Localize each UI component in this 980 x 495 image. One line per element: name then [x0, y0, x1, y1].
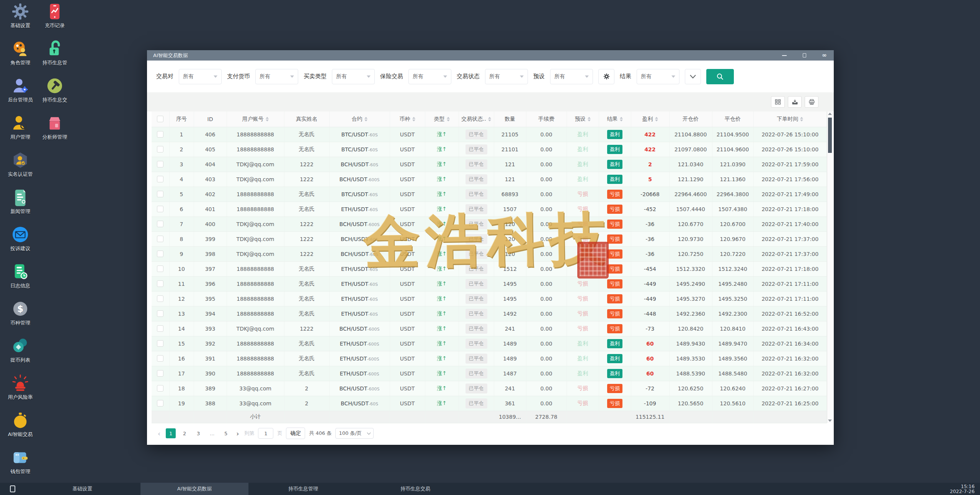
- column-header-type[interactable]: 类型: [425, 111, 459, 127]
- select-all-checkbox[interactable]: [157, 116, 163, 122]
- row-checkbox[interactable]: [157, 266, 163, 272]
- table-row: 1339418888888888无名氏ETH/USDT-60SUSDT涨↑已平仓…: [152, 306, 827, 321]
- desktop-icon-log[interactable]: 日志信息: [3, 262, 38, 300]
- cell-open: 1489.9430: [669, 336, 712, 351]
- scroll-down-arrow-icon[interactable]: [828, 420, 832, 422]
- filter-select-preset[interactable]: 所有: [550, 69, 593, 84]
- desktop-icon-idverify[interactable]: 实名认证管: [3, 151, 38, 188]
- row-checkbox[interactable]: [157, 221, 163, 227]
- page-button-2[interactable]: 2: [180, 428, 189, 438]
- filter-select-trade_type[interactable]: 所有: [332, 69, 375, 84]
- taskbar-tab-2[interactable]: AI智能交易数据: [140, 483, 248, 495]
- desktop-icon-news[interactable]: 新闻管理: [3, 188, 38, 225]
- desktop-icon-roles[interactable]: 角色管理: [3, 39, 38, 77]
- row-checkbox[interactable]: [157, 176, 163, 182]
- export-button[interactable]: [788, 96, 802, 108]
- filter-select-pay_currency[interactable]: 所有: [255, 69, 298, 84]
- row-checkbox[interactable]: [157, 236, 163, 242]
- desktop-icon-siren[interactable]: 用户风险率: [3, 374, 38, 411]
- column-label: 用户账号: [242, 116, 264, 123]
- window-extra-button[interactable]: ∞: [821, 52, 828, 59]
- filter-select-result[interactable]: 所有: [637, 69, 679, 84]
- row-checkbox[interactable]: [157, 191, 163, 197]
- column-header-con[interactable]: 合约: [329, 111, 390, 127]
- status-badge: 已平仓: [466, 294, 487, 304]
- column-header-preset[interactable]: 预设: [567, 111, 599, 127]
- desktop-icon-mail[interactable]: 投诉建议: [3, 225, 38, 262]
- desktop-icon-wallet[interactable]: 钱包管理: [3, 448, 38, 485]
- taskbar-tab-3[interactable]: 持币生息管理: [273, 483, 334, 495]
- desktop-icon-dollar[interactable]: $币种管理: [3, 300, 38, 337]
- taskbar-tab-4[interactable]: 持币生息交易: [385, 483, 446, 495]
- page-button-5[interactable]: 5: [221, 428, 231, 438]
- sort-icon[interactable]: [588, 117, 591, 121]
- desktop-icon-admin[interactable]: 后台管理员: [3, 77, 38, 114]
- cell-type: 涨↑: [425, 172, 459, 187]
- sort-icon[interactable]: [412, 117, 415, 121]
- row-checkbox[interactable]: [157, 251, 163, 257]
- scrollbar-thumb[interactable]: [828, 118, 832, 153]
- desktop-icon-coins[interactable]: 提币列表: [3, 337, 38, 374]
- row-checkbox[interactable]: [157, 340, 163, 347]
- roles-icon: [11, 39, 29, 58]
- taskbar-tab-1[interactable]: 基础设置: [57, 483, 108, 495]
- row-checkbox[interactable]: [157, 385, 163, 392]
- sort-icon[interactable]: [447, 117, 450, 121]
- column-header-acc[interactable]: 用户账号: [227, 111, 284, 127]
- column-header-time[interactable]: 下单时间: [753, 111, 827, 127]
- desktop-icon-usersearch[interactable]: 用户管理: [3, 114, 38, 151]
- row-checkbox[interactable]: [157, 161, 163, 167]
- sort-icon[interactable]: [620, 117, 623, 121]
- row-checkbox[interactable]: [157, 146, 163, 152]
- cell-close: 121.0390: [712, 157, 753, 172]
- column-header-status[interactable]: 交易状态..: [459, 111, 494, 127]
- print-button[interactable]: [805, 96, 818, 108]
- row-checkbox[interactable]: [157, 355, 163, 362]
- filter-expand-button[interactable]: [685, 69, 701, 84]
- scroll-up-arrow-icon[interactable]: [828, 113, 832, 115]
- filter-select-insurance[interactable]: 所有: [408, 69, 451, 84]
- search-button[interactable]: [706, 69, 734, 84]
- next-page-button[interactable]: ›: [235, 429, 240, 438]
- row-checkbox[interactable]: [157, 370, 163, 377]
- result-badge: 盈利: [607, 160, 622, 169]
- sort-icon[interactable]: [800, 117, 803, 121]
- maximize-button[interactable]: [801, 52, 808, 59]
- page-button-3[interactable]: 3: [193, 428, 203, 438]
- row-checkbox[interactable]: [157, 400, 163, 406]
- sort-icon[interactable]: [266, 117, 269, 121]
- row-checkbox[interactable]: [157, 325, 163, 332]
- row-checkbox[interactable]: [157, 206, 163, 212]
- row-checkbox[interactable]: [157, 131, 163, 138]
- column-grid-button[interactable]: [771, 96, 785, 108]
- desktop-icon-hammer[interactable]: 持币生息交: [38, 77, 72, 114]
- sort-icon[interactable]: [488, 117, 491, 121]
- minimize-button[interactable]: [781, 52, 788, 59]
- desktop-icon-recharge[interactable]: 充币记录: [38, 2, 72, 39]
- prev-page-button[interactable]: ‹: [156, 429, 162, 438]
- row-checkbox[interactable]: [157, 280, 163, 287]
- desktop-icon-lock[interactable]: 持币生息管: [38, 39, 72, 77]
- filter-settings-button[interactable]: [598, 69, 614, 84]
- goto-page-input[interactable]: [258, 428, 273, 439]
- per-page-select[interactable]: 100 条/页: [335, 428, 374, 439]
- page-button-1[interactable]: 1: [166, 428, 176, 438]
- sort-icon[interactable]: [364, 117, 368, 121]
- confirm-button[interactable]: 确定: [286, 428, 305, 439]
- cell-close: 120.5610: [712, 396, 753, 411]
- start-button[interactable]: [10, 485, 15, 492]
- desktop-icon-stopwatch[interactable]: AI智能交易: [3, 411, 38, 448]
- row-checkbox[interactable]: [157, 310, 163, 317]
- column-header-profit[interactable]: 盈利: [631, 111, 669, 127]
- table-row: 7400TDKJ@qq.com1222BCH/USDT-600SUSDT涨↑已平…: [152, 216, 827, 231]
- column-header-result[interactable]: 结果: [599, 111, 631, 127]
- filter-select-trade_status[interactable]: 所有: [485, 69, 528, 84]
- column-header-cur[interactable]: 币种: [390, 111, 425, 127]
- desktop-icon-gear[interactable]: 基础设置: [3, 2, 38, 39]
- desktop-icon-store[interactable]: 分析师管理: [38, 114, 72, 151]
- filter-select-pair[interactable]: 所有: [179, 69, 222, 84]
- cell-type: 涨↑: [425, 142, 459, 157]
- column-label: 序号: [176, 116, 187, 123]
- row-checkbox[interactable]: [157, 295, 163, 302]
- sort-icon[interactable]: [655, 117, 658, 121]
